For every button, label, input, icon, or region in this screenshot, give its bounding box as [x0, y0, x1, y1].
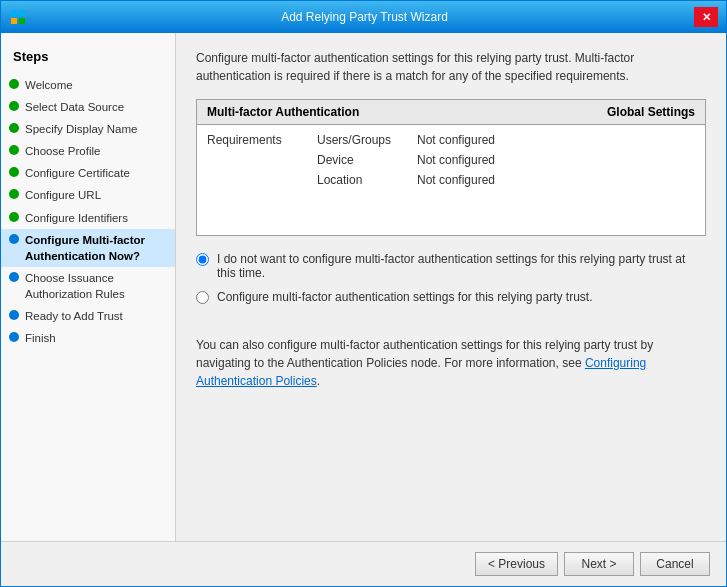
- title-bar: Add Relying Party Trust Wizard ✕: [1, 1, 726, 33]
- dot-finish: [9, 332, 19, 342]
- radio-configure-input[interactable]: [196, 291, 209, 304]
- sidebar-item-welcome[interactable]: Welcome: [1, 74, 175, 96]
- sidebar-label-select-data-source: Select Data Source: [25, 99, 124, 115]
- dot-configure-certificate: [9, 167, 19, 177]
- sidebar-item-configure-url[interactable]: Configure URL: [1, 184, 175, 206]
- sidebar-item-configure-identifiers[interactable]: Configure Identifiers: [1, 207, 175, 229]
- sidebar-item-choose-issuance[interactable]: Choose Issuance Authorization Rules: [1, 267, 175, 305]
- sidebar-label-configure-identifiers: Configure Identifiers: [25, 210, 128, 226]
- mfa-table-body: Requirements Users/Groups Not configured…: [197, 125, 705, 235]
- mfa-req-label: Requirements: [207, 133, 317, 147]
- radio-section: I do not want to configure multi-factor …: [196, 252, 706, 314]
- description-text: Configure multi-factor authentication se…: [196, 49, 706, 85]
- mfa-req-label-empty-1: [207, 153, 317, 167]
- radio-configure-label: Configure multi-factor authentication se…: [217, 290, 593, 304]
- sidebar-label-configure-mfa: Configure Multi-factor Authentication No…: [25, 232, 167, 264]
- radio-no-configure-label: I do not want to configure multi-factor …: [217, 252, 706, 280]
- mfa-row-device: Device Not configured: [207, 153, 695, 167]
- sidebar-label-configure-certificate: Configure Certificate: [25, 165, 130, 181]
- mfa-item-device: Device: [317, 153, 417, 167]
- info-text: You can also configure multi-factor auth…: [196, 336, 706, 390]
- main-content: Configure multi-factor authentication se…: [176, 33, 726, 541]
- mfa-value-users: Not configured: [417, 133, 495, 147]
- sidebar-label-choose-issuance: Choose Issuance Authorization Rules: [25, 270, 167, 302]
- svg-rect-1: [19, 10, 25, 16]
- close-button[interactable]: ✕: [694, 7, 718, 27]
- wizard-window: Add Relying Party Trust Wizard ✕ Steps W…: [0, 0, 727, 587]
- mfa-row-users: Requirements Users/Groups Not configured: [207, 133, 695, 147]
- previous-button[interactable]: < Previous: [475, 552, 558, 576]
- dot-configure-mfa: [9, 234, 19, 244]
- dot-ready-to-add: [9, 310, 19, 320]
- sidebar-item-configure-certificate[interactable]: Configure Certificate: [1, 162, 175, 184]
- radio-no-configure[interactable]: I do not want to configure multi-factor …: [196, 252, 706, 280]
- sidebar-item-finish[interactable]: Finish: [1, 327, 175, 349]
- sidebar-item-configure-mfa[interactable]: Configure Multi-factor Authentication No…: [1, 229, 175, 267]
- dot-select-data-source: [9, 101, 19, 111]
- mfa-value-device: Not configured: [417, 153, 495, 167]
- dot-configure-url: [9, 189, 19, 199]
- dot-choose-issuance: [9, 272, 19, 282]
- mfa-value-location: Not configured: [417, 173, 495, 187]
- svg-rect-2: [11, 18, 17, 24]
- sidebar-item-ready-to-add[interactable]: Ready to Add Trust: [1, 305, 175, 327]
- sidebar-label-configure-url: Configure URL: [25, 187, 101, 203]
- window-title: Add Relying Party Trust Wizard: [35, 10, 694, 24]
- sidebar-title: Steps: [1, 45, 175, 74]
- sidebar-label-ready-to-add: Ready to Add Trust: [25, 308, 123, 324]
- mfa-row-location: Location Not configured: [207, 173, 695, 187]
- dot-specify-display-name: [9, 123, 19, 133]
- mfa-table: Multi-factor Authentication Global Setti…: [196, 99, 706, 236]
- radio-no-configure-input[interactable]: [196, 253, 209, 266]
- mfa-header-left: Multi-factor Authentication: [207, 105, 359, 119]
- sidebar-label-welcome: Welcome: [25, 77, 73, 93]
- sidebar-item-select-data-source[interactable]: Select Data Source: [1, 96, 175, 118]
- sidebar: Steps Welcome Select Data Source Specify…: [1, 33, 176, 541]
- mfa-req-label-empty-2: [207, 173, 317, 187]
- info-text-after-link: .: [317, 374, 320, 388]
- mfa-table-header: Multi-factor Authentication Global Setti…: [197, 100, 705, 125]
- dot-configure-identifiers: [9, 212, 19, 222]
- sidebar-label-choose-profile: Choose Profile: [25, 143, 100, 159]
- dot-welcome: [9, 79, 19, 89]
- content-area: Steps Welcome Select Data Source Specify…: [1, 33, 726, 541]
- dot-choose-profile: [9, 145, 19, 155]
- mfa-item-location: Location: [317, 173, 417, 187]
- svg-rect-3: [19, 18, 25, 24]
- cancel-button[interactable]: Cancel: [640, 552, 710, 576]
- app-icon: [9, 8, 27, 26]
- footer: < Previous Next > Cancel: [1, 541, 726, 586]
- sidebar-item-choose-profile[interactable]: Choose Profile: [1, 140, 175, 162]
- svg-rect-0: [11, 10, 17, 16]
- sidebar-item-specify-display-name[interactable]: Specify Display Name: [1, 118, 175, 140]
- next-button[interactable]: Next >: [564, 552, 634, 576]
- radio-configure[interactable]: Configure multi-factor authentication se…: [196, 290, 706, 304]
- sidebar-label-finish: Finish: [25, 330, 56, 346]
- mfa-header-right: Global Settings: [607, 105, 695, 119]
- sidebar-label-specify-display-name: Specify Display Name: [25, 121, 137, 137]
- mfa-item-users: Users/Groups: [317, 133, 417, 147]
